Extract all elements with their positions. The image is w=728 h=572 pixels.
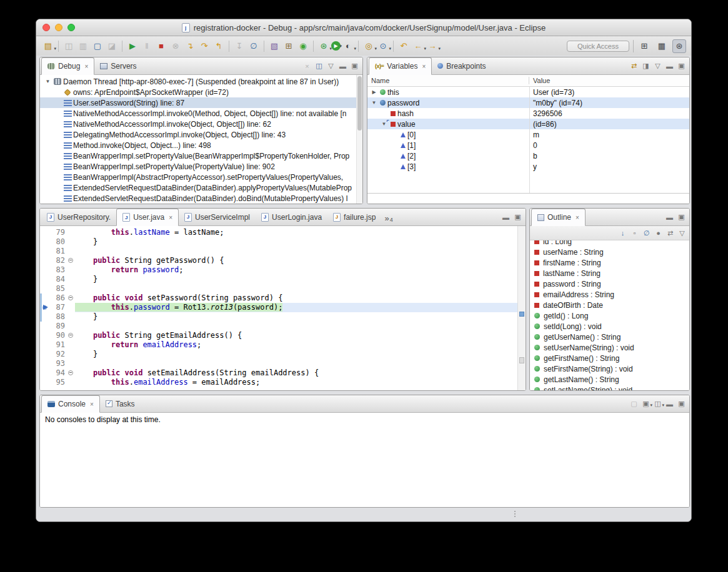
new-java-project-icon[interactable]: ▧ [267,39,281,53]
breakpoint-ruler-cell[interactable] [40,237,50,247]
variable-row[interactable]: [1] 0 [367,140,689,150]
hide-fields-icon[interactable]: ▫ [629,228,640,239]
breakpoint-ruler-cell[interactable] [40,293,50,303]
skip-breakpoints-icon[interactable]: ∅ [247,39,261,53]
breakpoint-ruler-cell[interactable] [40,359,50,368]
fold-ruler-cell[interactable] [67,359,75,368]
link-with-editor-icon[interactable]: ⇄ [665,228,676,239]
fold-ruler-cell[interactable] [67,350,75,359]
tab-servers[interactable]: Servers [94,57,142,74]
collapse-icon[interactable] [68,333,73,338]
resume-icon[interactable]: ▶ [126,39,139,53]
variable-row[interactable]: ▼ value (id=86) [367,119,689,129]
breakpoint-ruler-cell[interactable] [40,340,50,350]
outline-item[interactable]: setLastName(String) : void [534,385,689,390]
remove-terminated-icon[interactable]: × [302,61,312,71]
show-logical-structure-icon[interactable]: ⇄ [629,61,639,71]
debug-tree-row[interactable]: ExtendedServletRequestDataBinder(DataBin… [40,182,362,193]
tab-user-java[interactable]: User.java × [116,209,179,226]
zoom-button[interactable] [67,24,75,31]
outline-item[interactable]: emailAddress : String [534,289,689,300]
debug-tree-row[interactable]: BeanWrapperImpl.setPropertyValue(BeanWra… [40,150,362,161]
outline-item[interactable]: id : Long [534,240,689,247]
view-menu-icon[interactable]: ▽ [326,61,336,71]
breakpoint-ruler-cell[interactable] [40,265,50,275]
fold-ruler-cell[interactable] [67,340,75,350]
code-line[interactable]: 90 public String getEmailAddress() { [40,331,517,340]
expander-icon[interactable]: ▼ [370,100,378,106]
connect-debugger-icon[interactable]: ◫ [314,61,324,71]
back-icon[interactable]: ← [411,39,425,53]
breakpoint-ruler-cell[interactable] [40,256,50,265]
tab-failure-jsp[interactable]: failure.jsp [327,209,381,225]
quick-access-button[interactable]: Quick Access [567,41,629,52]
variable-row[interactable]: ▼ password "m0by" (id=74) [367,97,689,108]
debug-tree-row[interactable]: BeanWrapperImpl.setPropertyValue(Propert… [40,161,362,172]
outline-item[interactable]: setFirstName(String) : void [534,363,689,374]
maximize-view-icon[interactable]: ▣ [676,212,687,222]
breakpoint-ruler-cell[interactable] [40,275,50,284]
code-line[interactable]: 95 this.emailAddress = emailAddress; [40,378,517,387]
tab-close-icon[interactable]: × [90,401,94,408]
coverage-icon[interactable]: ◐ [341,39,355,53]
title-bar[interactable]: j registration-docker - Debug - app/src/… [36,19,691,36]
tab-console[interactable]: Console × [41,395,100,413]
debug-tree-row[interactable]: User.setPassword(String) line: 87 [40,97,362,108]
breakpoint-ruler-cell[interactable] [40,331,50,340]
breakpoint-ruler-cell[interactable] [40,378,50,387]
fold-ruler-cell[interactable] [67,312,75,322]
minimize-view-icon[interactable]: ▬ [337,61,348,71]
tab-close-icon[interactable]: × [576,214,579,221]
debug-tree-row[interactable]: NativeMethodAccessorImpl.invoke0(Method,… [40,108,362,119]
breakpoint-ruler-cell[interactable] [40,284,50,293]
debug-tree-row[interactable]: DelegatingMethodAccessorImpl.invoke(Obje… [40,129,362,140]
debug-perspective-icon[interactable]: ⊛ [672,39,686,53]
variable-row[interactable]: [2] b [367,150,689,161]
code-line[interactable]: 86 public void setPassword(String passwo… [40,293,517,303]
outline-item[interactable]: getId() : Long [534,310,689,321]
clear-console-icon[interactable]: ▢ [629,398,639,409]
tab-user-service-impl[interactable]: UserServiceImpl [179,209,256,225]
breakpoint-ruler-cell[interactable] [40,312,50,322]
outline-item[interactable]: password : String [534,279,689,289]
maximize-view-icon[interactable]: ▣ [676,61,687,71]
fold-ruler-cell[interactable] [67,265,75,275]
outline-item[interactable]: dateOfBirth : Date [534,300,689,310]
step-return-icon[interactable]: ↰ [212,39,226,53]
save-all-icon[interactable]: ▥ [76,39,90,53]
outline-list[interactable]: id : Long userName : String firstName : … [530,240,689,390]
fold-ruler-cell[interactable] [67,378,75,387]
code-line[interactable]: 87 this.password = Rot13.rot13(password)… [40,303,517,312]
minimize-view-icon[interactable]: ▬ [664,212,675,222]
debug-tree-row[interactable]: Method.invoke(Object, Object...) line: 4… [40,140,362,150]
new-class-icon[interactable]: ◉ [296,39,310,53]
fold-ruler-cell[interactable] [67,247,75,256]
debug-launch-tree[interactable]: ▼ Daemon Thread [http-apr-8080-exec-7] (… [40,75,362,204]
fold-ruler-cell[interactable] [67,368,75,378]
save-icon[interactable]: ◫ [62,39,76,53]
minimize-view-icon[interactable]: ▬ [664,61,675,71]
outline-item[interactable]: userName : String [534,247,689,257]
tab-debug[interactable]: Debug × [41,57,94,75]
fold-ruler-cell[interactable] [67,303,75,312]
outline-item[interactable]: getFirstName() : String [534,353,689,363]
suspend-icon[interactable]: ‖ [140,39,154,53]
fold-ruler-cell[interactable] [67,228,75,237]
code-line[interactable]: 85 [40,284,517,293]
tab-user-repository[interactable]: UserRepository. [41,209,116,225]
tab-outline[interactable]: Outline × [531,209,586,226]
open-console-icon[interactable]: ◫ [652,398,663,409]
debug-tree-row[interactable]: BeanWrapperImpl(AbstractPropertyAccessor… [40,172,362,182]
outline-item[interactable]: setUserName(String) : void [534,342,689,353]
collapse-icon[interactable] [68,370,73,375]
detail-pane-sash[interactable] [367,193,689,194]
drop-to-frame-icon[interactable]: ↧ [232,39,246,53]
code-line[interactable]: 81 [40,247,517,256]
fold-ruler-cell[interactable] [67,331,75,340]
outline-item[interactable]: firstName : String [534,257,689,268]
debug-tree-row[interactable]: ▼ Daemon Thread [http-apr-8080-exec-7] (… [40,76,362,87]
console-monitor-icon[interactable]: ▢ [91,39,104,53]
breakpoint-ruler-cell[interactable] [40,303,50,312]
new-wizard-icon[interactable]: ▤ [41,39,55,53]
column-header-name[interactable]: Name [367,77,529,84]
